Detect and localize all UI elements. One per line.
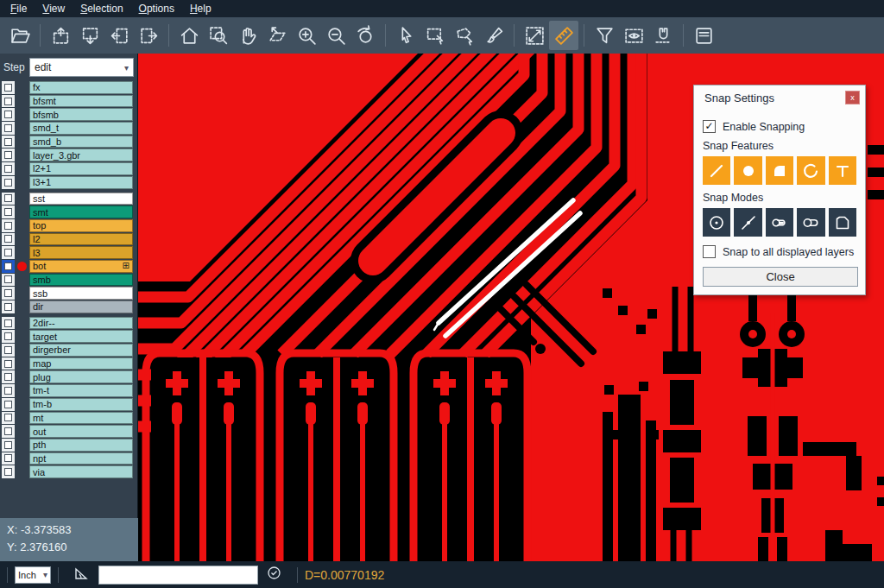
apply-icon[interactable] — [267, 566, 281, 584]
zoom-previous-button[interactable] — [350, 21, 380, 50]
layer-visibility-cell[interactable] — [2, 317, 15, 330]
layer-name-l2[interactable]: l2 — [29, 233, 133, 246]
layer-name-fx[interactable]: fx — [29, 81, 133, 94]
layer-checkbox[interactable] — [4, 194, 12, 202]
filter-button[interactable] — [590, 21, 619, 50]
snap-feature-circle-button[interactable] — [734, 156, 761, 185]
menu-file[interactable]: File — [3, 1, 34, 16]
view-box-button[interactable] — [619, 21, 648, 50]
snap-feature-arc-button[interactable] — [797, 156, 824, 185]
layer-name-2dir--[interactable]: 2dir-- — [29, 317, 133, 330]
layer-visibility-cell[interactable] — [2, 246, 15, 259]
import-left-button[interactable] — [104, 21, 134, 50]
layer-checkbox[interactable] — [4, 427, 12, 435]
layer-checkbox[interactable] — [4, 401, 12, 408]
layer-name-ssb[interactable]: ssb — [29, 287, 133, 300]
layer-name-dir[interactable]: dir — [29, 300, 133, 313]
layer-visibility-cell[interactable] — [2, 344, 15, 357]
snap-mode-center-button[interactable] — [703, 208, 730, 237]
layer-name-dirgerber[interactable]: dirgerber — [29, 344, 133, 357]
layer-name-via[interactable]: via — [29, 465, 133, 478]
layer-visibility-cell[interactable] — [2, 122, 15, 135]
zoom-region-button[interactable] — [204, 21, 233, 50]
snap-feature-text-button[interactable] — [829, 156, 856, 185]
layer-visibility-cell[interactable] — [2, 95, 15, 108]
import-top-button[interactable] — [46, 21, 75, 50]
layer-visibility-cell[interactable] — [2, 452, 15, 465]
layer-name-bfsmt[interactable]: bfsmt — [29, 95, 133, 108]
layer-visibility-cell[interactable] — [2, 412, 15, 425]
layer-visibility-cell[interactable] — [2, 260, 15, 273]
layer-checkbox[interactable] — [4, 441, 12, 449]
layer-name-pth[interactable]: pth — [29, 439, 133, 452]
layer-name-l3+1[interactable]: l3+1 — [29, 176, 133, 189]
home-button[interactable] — [174, 21, 204, 50]
move-shape-button[interactable] — [262, 21, 292, 50]
layer-name-smd_b[interactable]: smd_b — [29, 136, 133, 149]
layer-checkbox[interactable] — [4, 346, 12, 354]
layer-checkbox[interactable] — [4, 289, 12, 297]
layer-visibility-cell[interactable] — [2, 233, 15, 246]
layer-name-l2+1[interactable]: l2+1 — [29, 162, 133, 175]
layer-checkbox[interactable] — [4, 151, 12, 159]
layer-checkbox[interactable] — [4, 208, 12, 216]
layer-name-smb[interactable]: smb — [29, 274, 133, 287]
layer-name-target[interactable]: target — [29, 330, 133, 343]
layer-checkbox[interactable] — [4, 414, 12, 421]
menu-selection[interactable]: Selection — [73, 1, 129, 16]
layer-checkbox[interactable] — [4, 275, 12, 283]
layer-name-out[interactable]: out — [29, 425, 133, 438]
layer-visibility-cell[interactable] — [2, 398, 15, 411]
brush-button[interactable] — [479, 21, 508, 50]
layer-checkbox[interactable] — [4, 332, 12, 340]
enable-snapping-checkbox[interactable]: ✓ — [703, 120, 716, 133]
menu-help[interactable]: Help — [183, 1, 218, 16]
step-dropdown[interactable]: edit ▾ — [29, 58, 134, 77]
layer-name-npt[interactable]: npt — [29, 452, 133, 465]
layer-checkbox[interactable] — [4, 262, 12, 270]
measure-line-button[interactable] — [520, 21, 549, 50]
open-folder-button[interactable] — [5, 21, 35, 50]
layer-checkbox[interactable] — [4, 468, 12, 476]
close-button[interactable]: Close — [703, 267, 858, 287]
layer-visibility-cell[interactable] — [2, 136, 15, 149]
snap-mode-contour-button[interactable] — [829, 208, 856, 237]
layer-checkbox[interactable] — [4, 111, 12, 118]
layer-visibility-cell[interactable] — [2, 465, 15, 478]
snap-magnet-button[interactable] — [648, 21, 678, 50]
layer-visibility-cell[interactable] — [2, 357, 15, 370]
layer-name-plug[interactable]: plug — [29, 370, 133, 383]
layer-visibility-cell[interactable] — [2, 193, 15, 205]
select-rect-button[interactable] — [420, 21, 450, 50]
snap-mode-slot-b-button[interactable] — [797, 208, 824, 237]
snap-feature-pad-button[interactable] — [766, 156, 793, 185]
layer-checkbox[interactable] — [4, 98, 12, 105]
zoom-in-button[interactable] — [292, 21, 321, 50]
select-cursor-button[interactable] — [391, 21, 420, 50]
menu-options[interactable]: Options — [132, 1, 181, 16]
layer-checkbox[interactable] — [4, 165, 12, 173]
layer-checkbox[interactable] — [4, 454, 12, 462]
layer-visibility-cell[interactable] — [2, 274, 15, 287]
import-bottom-button[interactable] — [75, 21, 104, 50]
layer-checkbox[interactable] — [4, 303, 12, 311]
snap-mode-midpoint-button[interactable] — [734, 208, 761, 237]
layer-checkbox[interactable] — [4, 360, 12, 368]
zoom-out-button[interactable] — [321, 21, 350, 50]
layer-name-smd_t[interactable]: smd_t — [29, 122, 133, 135]
layer-checkbox[interactable] — [4, 222, 12, 230]
snap-mode-slot-a-button[interactable] — [766, 208, 793, 237]
layer-visibility-cell[interactable] — [2, 370, 15, 383]
layer-name-top[interactable]: top — [29, 219, 133, 232]
layer-visibility-cell[interactable] — [2, 384, 15, 397]
ruler-button[interactable] — [549, 21, 578, 50]
layer-name-bot[interactable]: bot⊞ — [29, 260, 133, 273]
layer-checkbox[interactable] — [4, 138, 12, 146]
pan-hand-button[interactable] — [233, 21, 262, 50]
layer-checkbox[interactable] — [4, 179, 12, 187]
close-icon[interactable]: x — [845, 91, 860, 104]
layer-name-map[interactable]: map — [29, 357, 133, 370]
layer-name-sst[interactable]: sst — [29, 193, 133, 205]
layer-checkbox[interactable] — [4, 124, 12, 132]
layer-name-l3[interactable]: l3 — [29, 246, 133, 259]
